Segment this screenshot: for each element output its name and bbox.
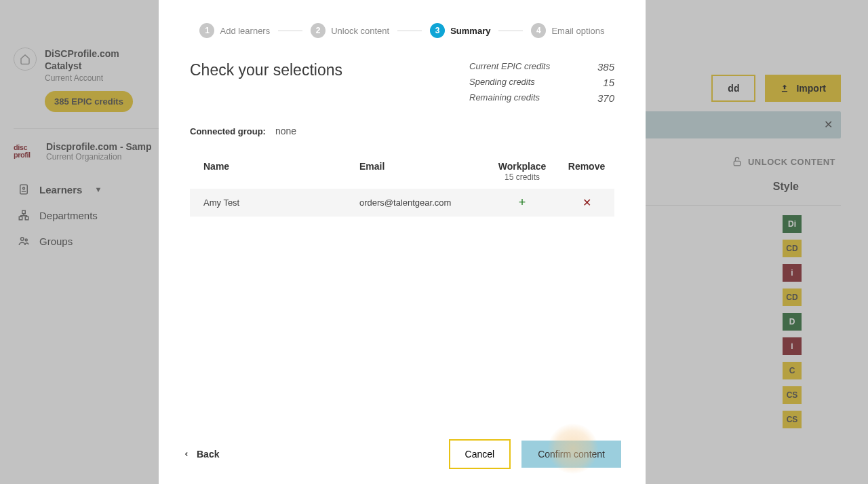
- table-row: Amy Test orders@talentgear.com + ✕: [190, 189, 614, 217]
- cancel-button[interactable]: Cancel: [449, 439, 511, 469]
- step-label: Unlock content: [331, 26, 389, 36]
- step-number: 2: [311, 23, 326, 38]
- learner-name: Amy Test: [203, 198, 359, 208]
- remove-icon[interactable]: ✕: [556, 196, 617, 209]
- workplace-add-icon[interactable]: +: [488, 196, 556, 210]
- confirm-content-button[interactable]: Confirm content: [521, 441, 621, 468]
- current-credits-label: Current EPIC credits: [469, 61, 564, 73]
- modal-title: Check your selections: [190, 61, 342, 79]
- stepper: 1 Add learners 2 Unlock content 3 Summar…: [159, 0, 646, 50]
- learner-email: orders@talentgear.com: [359, 198, 488, 208]
- workplace-subheader: 15 credits: [488, 172, 556, 182]
- step-number: 1: [199, 23, 214, 38]
- step-email-options[interactable]: 4 Email options: [531, 23, 604, 38]
- credits-summary: Current EPIC credits 385 Spending credit…: [469, 61, 614, 104]
- step-number: 4: [531, 23, 546, 38]
- step-add-learners[interactable]: 1 Add learners: [199, 23, 270, 38]
- learners-table: Name Email Workplace 15 credits Remove A…: [190, 155, 614, 217]
- remove-header: Remove: [556, 161, 617, 182]
- step-summary[interactable]: 3 Summary: [430, 23, 490, 38]
- spending-credits-value: 15: [591, 77, 614, 88]
- step-number: 3: [430, 23, 445, 38]
- summary-modal: 1 Add learners 2 Unlock content 3 Summar…: [159, 0, 646, 484]
- remaining-credits-label: Remaining credits: [469, 92, 564, 104]
- email-header: Email: [359, 161, 488, 182]
- step-unlock-content[interactable]: 2 Unlock content: [311, 23, 389, 38]
- connected-group-label: Connected group:: [190, 126, 266, 136]
- connected-group-value: none: [275, 126, 296, 136]
- spending-credits-label: Spending credits: [469, 77, 564, 88]
- back-button[interactable]: Back: [183, 449, 219, 460]
- name-header: Name: [203, 161, 359, 182]
- back-label: Back: [197, 449, 219, 460]
- remaining-credits-value: 370: [591, 92, 614, 104]
- workplace-header: Workplace: [488, 161, 556, 172]
- step-label: Summary: [450, 26, 490, 36]
- step-connector: [498, 31, 523, 31]
- step-connector: [397, 31, 422, 31]
- chevron-left-icon: [183, 449, 190, 459]
- step-label: Add learners: [220, 26, 270, 36]
- step-connector: [278, 31, 302, 31]
- step-label: Email options: [551, 26, 604, 36]
- current-credits-value: 385: [591, 61, 614, 73]
